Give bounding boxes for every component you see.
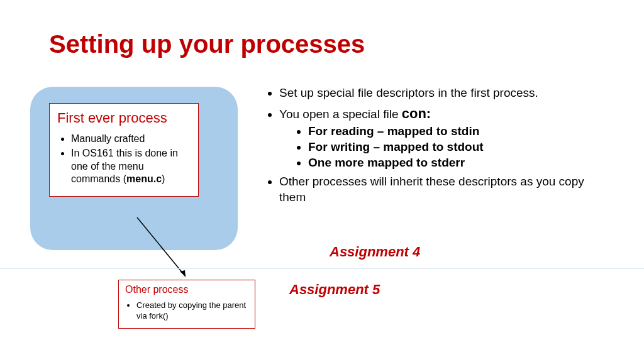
- text: You open a special file: [279, 107, 402, 121]
- first-process-heading: First ever process: [57, 110, 191, 126]
- list-item: Created by copying the parent via fork(): [136, 300, 248, 322]
- assignment-5-label: Assignment 5: [289, 282, 380, 298]
- other-process-heading: Other process: [125, 284, 248, 295]
- list-item: Manually crafted: [71, 133, 191, 146]
- list-item: For reading – mapped to stdin: [308, 124, 604, 140]
- other-process-panel: Other process Created by copying the par…: [118, 280, 255, 329]
- first-process-panel: First ever process Manually crafted In O…: [49, 103, 199, 197]
- list-item: Set up special file descriptors in the f…: [279, 85, 604, 101]
- assignment-4-label: Assignment 4: [330, 244, 420, 260]
- list-item: For writing – mapped to stdout: [308, 140, 604, 155]
- slide-title: Setting up your processes: [49, 30, 365, 58]
- special-file-name: con:: [402, 106, 431, 121]
- text: ): [162, 173, 165, 184]
- list-item: Other processes will inherit these descr…: [279, 174, 604, 205]
- first-process-list: Manually crafted In OS161 this is done i…: [57, 133, 191, 186]
- svg-marker-1: [180, 270, 186, 277]
- list-item: In OS161 this is done in one of the menu…: [71, 147, 191, 186]
- first-process-container: First ever process Manually crafted In O…: [30, 87, 238, 250]
- main-content: Set up special file descriptors in the f…: [264, 85, 604, 209]
- list-item: One more mapped to stderr: [308, 155, 604, 171]
- filename: menu.c: [126, 173, 162, 184]
- horizontal-divider: [0, 268, 644, 269]
- other-process-list: Created by copying the parent via fork(): [125, 300, 248, 322]
- list-item: You open a special file con: For reading…: [279, 105, 604, 171]
